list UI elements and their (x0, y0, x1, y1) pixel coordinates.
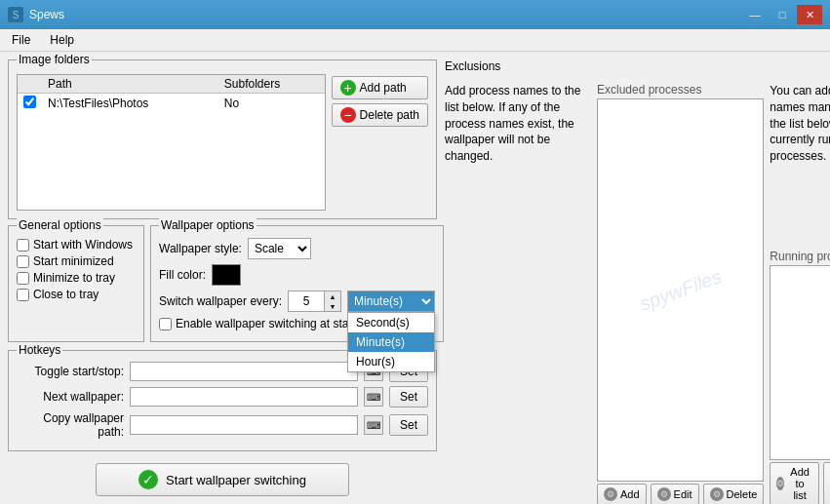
cb-start-minimized[interactable] (17, 255, 29, 268)
image-folders-table: Path Subfolders N:\TestFiles\Photos No (18, 75, 325, 113)
hotkey-next: Next wallpaper: ⌨ Set (17, 386, 428, 407)
hotkey-next-input[interactable] (130, 387, 358, 407)
cb-minimize-tray[interactable] (17, 272, 29, 285)
options-row: General options Start with Windows Start… (8, 225, 437, 342)
cb-start-windows[interactable] (17, 239, 29, 252)
hotkey-toggle-input[interactable] (130, 362, 358, 381)
col-check (18, 75, 42, 94)
unit-select[interactable]: Second(s) Minute(s) Hour(s) (347, 291, 435, 312)
switch-number-input: ▲ ▼ (288, 291, 341, 312)
title-controls: — □ ✕ (742, 5, 822, 24)
row-subfolders: No (218, 94, 325, 114)
hotkeys-title: Hotkeys (17, 343, 62, 357)
delete-path-button[interactable]: − Delete path (332, 103, 428, 127)
close-button[interactable]: ✕ (797, 5, 822, 24)
general-options-title: General options (17, 218, 103, 232)
hotkey-copy-set[interactable]: Set (389, 414, 428, 436)
title-bar-left: S Spews (8, 7, 64, 22)
spin-buttons: ▲ ▼ (324, 291, 340, 311)
edit-label: Edit (674, 488, 692, 500)
running-processes-list (770, 265, 830, 460)
fill-color-swatch[interactable] (212, 264, 241, 286)
add-icon: + (340, 80, 356, 96)
cb-close-tray[interactable] (17, 289, 29, 301)
add-excluded-button[interactable]: ⚙ Add (597, 484, 647, 504)
delete-label: Delete (727, 488, 758, 500)
right-panel: Exclusions Add process names to the list… (445, 59, 822, 495)
running-processes-buttons: ⚙ Add to list ↻ Refresh list (770, 462, 830, 504)
exclusions-content: Add process names to the list below. If … (445, 83, 822, 504)
gear-add-icon: ⚙ (604, 487, 617, 501)
label-close-tray: Close to tray (33, 288, 99, 301)
start-wallpaper-button[interactable]: ✓ Start wallpaper switching (96, 463, 349, 496)
edit-excluded-button[interactable]: ⚙ Edit (651, 484, 699, 504)
col-subfolders: Subfolders (218, 75, 325, 94)
hotkey-next-set[interactable]: Set (389, 386, 428, 407)
hotkey-copy-input[interactable] (130, 415, 358, 435)
col-path: Path (42, 75, 218, 94)
maximize-button[interactable]: □ (770, 5, 795, 24)
excluded-processes-buttons: ⚙ Add ⚙ Edit ⚙ Delete (597, 484, 764, 504)
add-path-button[interactable]: + Add path (332, 76, 428, 99)
spin-up[interactable]: ▲ (325, 291, 340, 301)
row-checkbox[interactable] (18, 94, 42, 114)
add-to-list-label: Add to list (787, 466, 812, 501)
refresh-list-button[interactable]: ↻ Refresh list (823, 462, 830, 504)
app-icon: S (8, 7, 23, 22)
hotkey-copy-label: Copy wallpaper path: (17, 411, 124, 439)
label-start-minimized: Start minimized (33, 254, 114, 268)
menu-help[interactable]: Help (42, 31, 82, 49)
hotkey-copy-icon: ⌨ (364, 415, 383, 435)
wallpaper-options-group: Wallpaper options Wallpaper style: Cente… (150, 225, 444, 342)
wallpaper-options-title: Wallpaper options (159, 218, 257, 232)
table-row[interactable]: N:\TestFiles\Photos No (18, 94, 325, 114)
option-hours[interactable]: Hour(s) (348, 352, 434, 371)
image-folders-table-container: Path Subfolders N:\TestFiles\Photos No (17, 74, 326, 211)
label-start-windows: Start with Windows (33, 238, 133, 252)
image-folders-group: Image folders Path Subfolders (8, 59, 437, 219)
opt-minimize-tray: Minimize to tray (17, 271, 136, 285)
delete-excluded-button[interactable]: ⚙ Delete (703, 484, 765, 504)
hotkey-copy: Copy wallpaper path: ⌨ Set (17, 411, 428, 439)
delete-icon: − (340, 107, 356, 123)
image-folders-content: Path Subfolders N:\TestFiles\Photos No (17, 74, 428, 211)
excluded-processes-list: spywFiles (597, 98, 764, 482)
running-processes-area: You can add process names manually or us… (770, 83, 830, 504)
opt-close-tray: Close to tray (17, 288, 136, 301)
image-folders-title: Image folders (17, 53, 92, 66)
label-minimize-tray: Minimize to tray (33, 271, 115, 285)
add-to-list-button[interactable]: ⚙ Add to list (770, 462, 819, 504)
title-bar: S Spews — □ ✕ (0, 0, 830, 29)
running-processes-label: Running processes (770, 250, 830, 263)
switch-row: Switch wallpaper every: ▲ ▼ Second(s) Mi… (159, 291, 435, 312)
menu-bar: File Help (0, 29, 830, 52)
exclusions-desc2: You can add process names manually or us… (770, 83, 830, 244)
fill-color-label: Fill color: (159, 268, 206, 282)
cb-enable-switching[interactable] (159, 318, 172, 330)
fill-color-row: Fill color: (159, 264, 435, 286)
gear-addtolist-icon: ⚙ (776, 477, 784, 490)
opt-start-windows: Start with Windows (17, 238, 136, 252)
style-select[interactable]: Center Tile Stretch Fit Fill Scale (248, 238, 311, 259)
general-options-group: General options Start with Windows Start… (8, 225, 144, 342)
window-title: Spews (29, 8, 64, 21)
hotkey-next-icon: ⌨ (364, 387, 383, 407)
minimize-button[interactable]: — (742, 5, 768, 24)
add-label: Add (620, 488, 640, 500)
main-content: Image folders Path Subfolders (0, 52, 830, 503)
exclusions-title: Exclusions (445, 59, 822, 73)
style-label: Wallpaper style: (159, 242, 242, 255)
menu-file[interactable]: File (4, 31, 38, 49)
add-path-label: Add path (360, 81, 407, 95)
start-icon: ✓ (138, 470, 158, 489)
label-enable-switching: Enable wallpaper switching at star... (176, 317, 362, 330)
path-buttons: + Add path − Delete path (332, 74, 428, 211)
spin-down[interactable]: ▼ (325, 301, 340, 311)
unit-select-container: Second(s) Minute(s) Hour(s) Second(s) Mi… (347, 291, 435, 312)
gear-edit-icon: ⚙ (657, 487, 671, 501)
option-minutes[interactable]: Minute(s) (348, 332, 434, 352)
option-seconds[interactable]: Second(s) (348, 313, 434, 332)
excluded-processes-area: Excluded processes spywFiles ⚙ Add ⚙ Edi… (597, 83, 764, 504)
hotkey-next-label: Next wallpaper: (17, 390, 124, 404)
switch-value-input[interactable] (289, 291, 324, 311)
